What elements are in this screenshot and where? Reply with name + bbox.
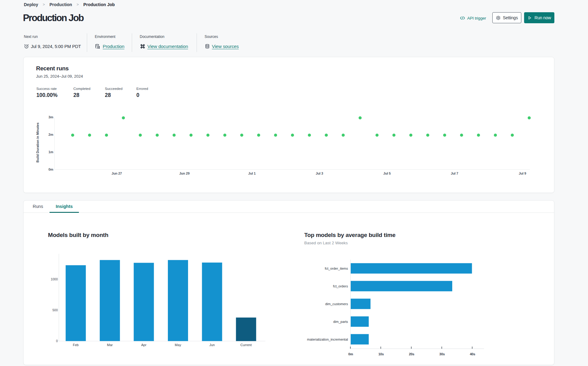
svg-text:Jun: Jun bbox=[209, 343, 215, 347]
svg-text:1m: 1m bbox=[49, 150, 54, 154]
svg-text:Jul 3: Jul 3 bbox=[316, 172, 323, 175]
svg-text:2m: 2m bbox=[49, 133, 54, 136]
svg-text:3m: 3m bbox=[49, 115, 54, 119]
svg-text:May: May bbox=[175, 343, 181, 347]
svg-text:0m: 0m bbox=[49, 168, 54, 171]
svg-text:1000: 1000 bbox=[51, 277, 58, 281]
svg-text:dim_parts: dim_parts bbox=[333, 320, 348, 323]
svg-text:0: 0 bbox=[56, 339, 58, 343]
svg-text:Jul 1: Jul 1 bbox=[248, 172, 256, 175]
svg-text:40s: 40s bbox=[470, 352, 475, 356]
svg-text:Build Duration in Minutes: Build Duration in Minutes bbox=[36, 123, 39, 163]
svg-text:Mar: Mar bbox=[107, 343, 113, 347]
svg-text:0m: 0m bbox=[348, 352, 353, 356]
svg-text:dim_customers: dim_customers bbox=[325, 302, 348, 306]
svg-text:20s: 20s bbox=[409, 352, 414, 356]
svg-text:fct_order_items: fct_order_items bbox=[325, 267, 348, 270]
svg-text:Apr: Apr bbox=[141, 343, 146, 347]
svg-text:Jun 29: Jun 29 bbox=[179, 172, 190, 175]
svg-text:Current: Current bbox=[240, 343, 252, 347]
svg-text:Jul 9: Jul 9 bbox=[519, 172, 526, 175]
svg-text:Jul 7: Jul 7 bbox=[451, 172, 458, 175]
svg-text:fct_orders: fct_orders bbox=[333, 284, 348, 288]
svg-text:Jun 27: Jun 27 bbox=[112, 172, 122, 175]
svg-text:Jul 5: Jul 5 bbox=[383, 172, 391, 175]
svg-text:10s: 10s bbox=[378, 352, 384, 356]
svg-text:500: 500 bbox=[52, 308, 58, 312]
svg-text:materialization_incremental: materialization_incremental bbox=[307, 338, 348, 341]
svg-text:Feb: Feb bbox=[73, 343, 79, 347]
svg-text:30s: 30s bbox=[439, 352, 445, 356]
